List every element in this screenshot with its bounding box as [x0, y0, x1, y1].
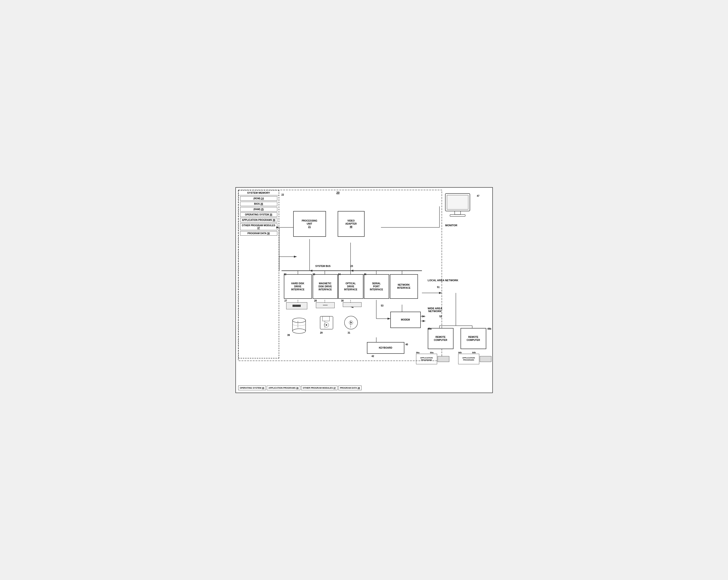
ram-item: (RAM) 25 [240, 207, 277, 211]
svg-point-38 [292, 318, 306, 323]
diagram-container: SYSTEM MEMORY (ROM) 24 BIOS 26 (RAM) 25 … [235, 187, 493, 393]
hdd-interface-label: HARD DISKDRIVEINTERFACE [291, 282, 305, 291]
system-memory-title: SYSTEM MEMORY [239, 190, 279, 195]
ref-50a: 50a [430, 351, 434, 354]
ref-27: 27 [285, 299, 287, 302]
system-bus-ref: 23 [350, 265, 353, 267]
ref-49a: 49a [428, 327, 432, 330]
processing-unit-box: PROCESSINGUNIT 21 [293, 211, 326, 237]
ref-22: 22 [282, 193, 284, 196]
ref-29: 29 [320, 332, 323, 334]
network-interface-box: NETWORKINTERFACE [390, 274, 418, 299]
svg-point-48 [350, 322, 352, 323]
monitor-svg [444, 192, 474, 223]
serial-port-box: SERIALPORTINTERFACE [364, 274, 389, 299]
ref-30: 30 [341, 299, 344, 302]
ref-34: 34 [338, 273, 341, 275]
ref-54: 54 [422, 315, 424, 318]
ref-50b: 50b [472, 351, 476, 354]
keyboard-label: KEYBOARD [379, 346, 392, 349]
keyboard-box: KEYBOARD [367, 342, 405, 354]
mag-disk-unit: ━━━━ [316, 302, 335, 308]
ref-28: 28 [314, 299, 317, 302]
app-programs-a-box: APPLICATIONPROGRAMS [416, 354, 437, 364]
lan-label: LOCAL AREA NETWORK [428, 279, 459, 282]
app-programs-b-box: APPLICATIONPROGRAMS [458, 354, 479, 364]
ref-42: 42 [372, 355, 374, 358]
ref-39: 39 [287, 334, 290, 337]
svg-rect-52 [450, 215, 465, 216]
modem-label: MODEM [401, 318, 410, 321]
ref-51: 51 [437, 286, 440, 288]
system-bus-label: SYSTEM BUS [315, 265, 331, 267]
hdd-storage-cylinder [292, 317, 306, 334]
mag-disk-interface-box: MAGNETICDISK DRIVEINTERFACE [313, 274, 338, 299]
hdd-unit: ▓▓▓▓▓▓ [286, 302, 307, 309]
ref-40: 40 [406, 343, 408, 346]
optical-interface-label: OPTICALDRIVEINTERFACE [344, 282, 357, 291]
bottom-modules: OTHER PROGRAM MODULES 37 [301, 386, 337, 390]
svg-point-41 [292, 329, 306, 334]
bottom-app: APPLICATION PROGRAMS 36 [267, 386, 300, 390]
ref-32: 32 [284, 273, 286, 275]
ref-52: 52 [440, 315, 442, 318]
ref-31: 31 [348, 332, 350, 334]
remote-computer-a-box: REMOTECOMPUTER [428, 328, 453, 349]
svg-point-45 [326, 324, 327, 326]
ref-47: 47 [477, 195, 479, 197]
ref-20: 20 [337, 191, 340, 194]
remote-computer-b-box: REMOTECOMPUTER [461, 328, 486, 349]
app-50a [438, 356, 449, 362]
cd-disc [343, 315, 359, 331]
wan-label: WIDE AREANETWORK [428, 307, 443, 313]
video-adapter-box: VIDEOADAPTER 48 [338, 211, 365, 237]
diagram: SYSTEM MEMORY (ROM) 24 BIOS 26 (RAM) 25 … [236, 188, 492, 393]
ref-53: 53 [381, 305, 384, 307]
rom-item: (ROM) 24 [240, 196, 277, 201]
program-data-item: PROGRAM DATA 38 [240, 231, 277, 236]
bottom-row: OPERATING SYSTEM 35 APPLICATION PROGRAMS… [238, 386, 362, 390]
system-memory-box: SYSTEM MEMORY (ROM) 24 BIOS 26 (RAM) 25 … [238, 190, 279, 359]
optical-interface-box: OPTICALDRIVEINTERFACE [338, 274, 363, 299]
svg-rect-43 [322, 316, 330, 321]
processing-unit-ref: 21 [308, 225, 311, 228]
floppy-disk [319, 315, 334, 331]
ref-36a: 36a [416, 351, 420, 354]
ref-33: 33 [313, 273, 315, 275]
remote-computer-b-label: REMOTECOMPUTER [467, 336, 480, 342]
serial-port-label: SERIALPORTINTERFACE [370, 282, 383, 291]
app-50b [480, 356, 491, 362]
hdd-interface-box: HARD DISKDRIVEINTERFACE [284, 274, 312, 299]
bottom-os: OPERATING SYSTEM 35 [238, 386, 266, 390]
remote-computer-a-label: REMOTECOMPUTER [434, 336, 447, 342]
video-adapter-label: VIDEOADAPTER [345, 219, 357, 225]
processing-unit-label: PROCESSINGUNIT [302, 219, 317, 225]
monitor-label: MONITOR [445, 224, 458, 227]
ref-46: 46 [364, 273, 366, 275]
optical-unit [343, 302, 362, 307]
network-interface-label: NETWORKINTERFACE [397, 283, 411, 289]
app-programs-item: APPLICATION PROGRAMS 36 [240, 218, 277, 222]
mag-disk-interface-label: MAGNETICDISK DRIVEINTERFACE [318, 282, 332, 291]
ref-36b: 36b [458, 351, 462, 354]
modem-box: MODEM [390, 312, 421, 328]
bios-item: BIOS 26 [240, 202, 277, 206]
video-adapter-ref: 48 [349, 225, 352, 228]
svg-rect-51 [455, 211, 461, 215]
svg-rect-50 [447, 195, 468, 209]
os-item: OPERATING SYSTEM 35 [240, 212, 277, 217]
ref-49b: 49b [488, 327, 491, 330]
other-modules-item: OTHER PROGRAM MODULES 37 [240, 223, 277, 230]
bottom-data: PROGRAM DATA 38 [338, 386, 362, 390]
